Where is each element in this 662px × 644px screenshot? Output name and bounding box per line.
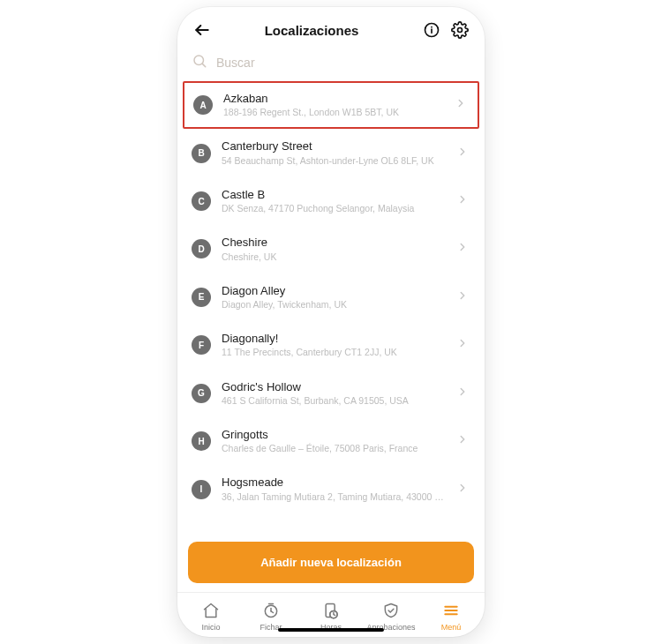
- location-address: 188-196 Regent St., London W1B 5BT, UK: [223, 106, 444, 118]
- add-button-wrap: Añadir nueva localización: [177, 533, 485, 592]
- home-icon: [202, 602, 220, 619]
- location-letter-badge: H: [192, 431, 211, 451]
- info-button[interactable]: [421, 19, 442, 41]
- location-letter-badge: A: [193, 95, 213, 115]
- location-row-body: Azkaban188-196 Regent St., London W1B 5B…: [223, 92, 444, 118]
- location-name: Cheshire: [222, 236, 446, 250]
- location-row-body: GringottsCharles de Gaulle – Étoile, 750…: [222, 428, 446, 454]
- location-letter-badge: C: [192, 191, 211, 211]
- svg-line-9: [271, 611, 274, 613]
- location-address: Diagon Alley, Twickenham, UK: [222, 298, 446, 311]
- info-icon: [423, 21, 440, 39]
- location-name: Castle B: [222, 188, 446, 202]
- location-row-body: Godric's Hollow461 S California St, Burb…: [222, 380, 446, 407]
- location-row[interactable]: CCastle BDK Senza, 47170 Puchong Selango…: [181, 177, 481, 225]
- settings-button[interactable]: [449, 19, 470, 41]
- tab-clock[interactable]: Fichar: [241, 602, 301, 632]
- tab-menu[interactable]: Menú: [421, 602, 481, 632]
- tab-hours[interactable]: Horas: [301, 602, 361, 632]
- svg-line-6: [202, 64, 205, 66]
- arrow-left-icon: [193, 21, 211, 39]
- search-icon: [192, 53, 207, 72]
- home-indicator: [278, 628, 384, 632]
- add-location-button[interactable]: Añadir nueva localización: [188, 542, 474, 583]
- chevron-right-icon: [456, 193, 469, 209]
- location-row[interactable]: BCanterbury Street54 Beauchamp St, Ashto…: [181, 129, 481, 176]
- chevron-right-icon: [456, 386, 469, 401]
- location-row-body: Diagon AlleyDiagon Alley, Twickenham, UK: [222, 284, 446, 311]
- chevron-right-icon: [456, 241, 469, 257]
- location-letter-badge: G: [192, 384, 211, 403]
- location-row[interactable]: FDiagonally!11 The Precincts, Canterbury…: [181, 321, 481, 369]
- location-row[interactable]: EDiagon AlleyDiagon Alley, Twickenham, U…: [181, 273, 481, 321]
- location-name: Hogsmeade: [222, 476, 446, 490]
- location-letter-badge: E: [192, 288, 211, 307]
- tab-approve[interactable]: Aprobaciones: [361, 602, 421, 632]
- menu-icon: [442, 602, 460, 619]
- gear-icon: [451, 21, 469, 39]
- location-address: 11 The Precincts, Canterbury CT1 2JJ, UK: [222, 346, 446, 358]
- location-row-body: Diagonally!11 The Precincts, Canterbury …: [222, 332, 446, 358]
- location-name: Diagonally!: [222, 332, 446, 346]
- hours-icon: [322, 602, 340, 619]
- tab-label: Inicio: [201, 623, 220, 632]
- location-name: Gringotts: [222, 428, 446, 442]
- chevron-right-icon: [455, 97, 467, 113]
- location-address: 36, Jalan Taming Mutiara 2, Taming Mutia…: [222, 490, 446, 503]
- phone-frame: Localizaciones AAzkaban188-196 Regent St…: [177, 7, 485, 637]
- location-address: 54 Beauchamp St, Ashton-under-Lyne OL6 8…: [222, 154, 446, 167]
- location-list: AAzkaban188-196 Regent St., London W1B 5…: [177, 81, 485, 533]
- location-row-body: Canterbury Street54 Beauchamp St, Ashton…: [222, 139, 446, 166]
- location-name: Azkaban: [223, 92, 444, 106]
- location-row[interactable]: IHogsmeade36, Jalan Taming Mutiara 2, Ta…: [181, 465, 481, 513]
- location-letter-badge: D: [192, 239, 211, 258]
- location-letter-badge: B: [192, 144, 211, 163]
- search-input[interactable]: [216, 56, 470, 70]
- location-row[interactable]: HGringottsCharles de Gaulle – Étoile, 75…: [181, 417, 481, 465]
- location-letter-badge: F: [192, 335, 211, 355]
- chevron-right-icon: [456, 289, 469, 305]
- location-address: 461 S California St, Burbank, CA 91505, …: [222, 394, 446, 407]
- location-row[interactable]: AAzkaban188-196 Regent St., London W1B 5…: [183, 81, 479, 129]
- page-title: Localizaciones: [209, 23, 414, 38]
- location-row[interactable]: GGodric's Hollow461 S California St, Bur…: [181, 370, 481, 417]
- location-row[interactable]: DCheshireCheshire, UK: [181, 225, 481, 273]
- chevron-right-icon: [456, 146, 469, 161]
- location-address: DK Senza, 47170 Puchong Selangor, Malays…: [222, 202, 446, 214]
- location-row-body: Castle BDK Senza, 47170 Puchong Selangor…: [222, 188, 446, 214]
- location-row-body: Hogsmeade36, Jalan Taming Mutiara 2, Tam…: [222, 476, 446, 502]
- chevron-right-icon: [456, 482, 469, 498]
- location-address: Cheshire, UK: [222, 251, 446, 263]
- svg-point-3: [431, 26, 433, 28]
- clock-icon: [262, 602, 280, 619]
- chevron-right-icon: [456, 433, 469, 449]
- location-letter-badge: I: [192, 480, 211, 499]
- tab-home[interactable]: Inicio: [181, 602, 241, 632]
- search-bar: [177, 49, 485, 81]
- header-bar: Localizaciones: [177, 7, 485, 49]
- location-name: Diagon Alley: [222, 284, 446, 298]
- location-address: Charles de Gaulle – Étoile, 75008 Paris,…: [222, 442, 446, 454]
- tab-label: Menú: [441, 623, 462, 632]
- location-name: Godric's Hollow: [222, 380, 446, 394]
- location-row-body: CheshireCheshire, UK: [222, 236, 446, 262]
- location-name: Canterbury Street: [222, 139, 446, 154]
- svg-point-4: [458, 28, 463, 33]
- chevron-right-icon: [456, 337, 469, 353]
- approve-icon: [382, 602, 400, 619]
